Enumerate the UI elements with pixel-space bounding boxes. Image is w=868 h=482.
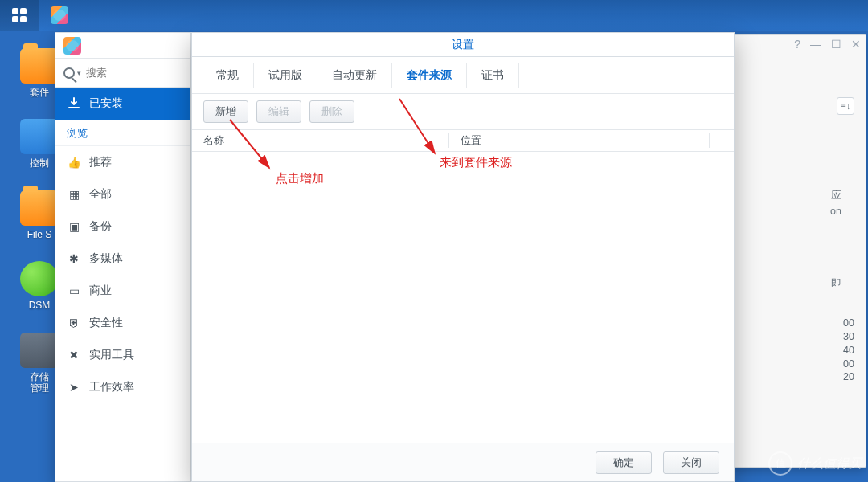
sidebar-cat-recommend[interactable]: 👍 推荐 xyxy=(55,146,190,178)
desktop-item-filestation[interactable]: File S xyxy=(20,190,59,240)
sidebar-label: 已安装 xyxy=(89,96,123,111)
sidebar-label: 商业 xyxy=(89,284,112,298)
sidebar-cat-media[interactable]: ✱ 多媒体 xyxy=(55,243,190,275)
sidebar-cat-all[interactable]: ▦ 全部 xyxy=(55,178,190,210)
desktop-item-package[interactable]: 套件 xyxy=(20,48,59,98)
film-icon: ✱ xyxy=(67,251,81,266)
tab-general[interactable]: 常规 xyxy=(202,63,254,88)
folder-icon xyxy=(20,48,59,84)
sidebar-cat-security[interactable]: ⛨ 安全性 xyxy=(55,307,190,339)
sidebar-label: 工作效率 xyxy=(89,380,134,394)
text-fragment: 应 xyxy=(739,187,841,203)
settings-dialog: 设置 常规 试用版 自动更新 套件来源 证书 新增 编辑 删除 名称 位置 点击… xyxy=(191,32,735,482)
maximize-icon[interactable]: ☐ xyxy=(831,38,841,51)
sidebar-label: 备份 xyxy=(89,219,112,234)
text-fragment: on xyxy=(739,203,841,219)
dialog-title: 设置 xyxy=(192,33,734,57)
desktop-label: 套件 xyxy=(30,87,49,98)
desktop-item-storage[interactable]: 存储 管理 xyxy=(20,333,59,394)
package-center-icon xyxy=(63,37,81,55)
sidebar-browse-header: 浏览 xyxy=(55,120,190,146)
pkg-titlebar xyxy=(55,33,190,59)
sidebar-label: 多媒体 xyxy=(89,251,123,266)
sidebar-cat-backup[interactable]: ▣ 备份 xyxy=(55,210,190,243)
text-fragment: 即 xyxy=(739,276,841,292)
main-menu-button[interactable] xyxy=(0,0,39,31)
tab-package-sources[interactable]: 套件来源 xyxy=(392,63,467,88)
background-window: ? — ☐ ✕ ≡↓ 应 on 即 00 30 40 00 20 xyxy=(730,34,866,468)
sidebar-label: 全部 xyxy=(89,187,112,202)
panel-icon xyxy=(20,119,59,154)
sidebar-cat-productivity[interactable]: ➤ 工作效率 xyxy=(55,371,190,403)
tab-certificate[interactable]: 证书 xyxy=(467,63,519,88)
sidebar-label: 实用工具 xyxy=(89,348,134,362)
storage-icon xyxy=(20,333,59,368)
annotation-label-2: 来到套件来源 xyxy=(440,155,512,170)
text-fragment: 00 30 40 00 20 xyxy=(739,317,854,384)
sidebar-installed[interactable]: 已安装 xyxy=(55,88,190,120)
search-bar[interactable]: ▾ xyxy=(55,59,190,88)
desktop-label: File S xyxy=(27,229,52,240)
dialog-footer: 确定 关闭 xyxy=(192,443,734,481)
desktop-item-dsm[interactable]: DSM xyxy=(20,261,59,311)
view-toggle-button[interactable]: ≡↓ xyxy=(837,97,854,115)
dialog-tabs: 常规 试用版 自动更新 套件来源 证书 xyxy=(192,57,734,94)
delete-button[interactable]: 删除 xyxy=(309,100,354,123)
sidebar-cat-utility[interactable]: ✖ 实用工具 xyxy=(55,339,190,371)
briefcase-icon: ▭ xyxy=(67,284,81,298)
edit-button[interactable]: 编辑 xyxy=(256,100,301,123)
thumbs-up-icon: 👍 xyxy=(67,155,81,170)
dialog-toolbar: 新增 编辑 删除 xyxy=(192,94,734,129)
download-icon xyxy=(67,96,81,111)
search-input[interactable] xyxy=(86,67,166,79)
grid-icon xyxy=(12,8,27,22)
minimize-icon[interactable]: — xyxy=(810,38,821,51)
add-button[interactable]: 新增 xyxy=(203,100,248,123)
sidebar-label: 安全性 xyxy=(89,316,123,330)
desktop-label: 存储 管理 xyxy=(30,371,49,394)
wrench-icon: ✖ xyxy=(67,348,81,362)
desktop-label: 控制 xyxy=(30,157,49,169)
tab-trial[interactable]: 试用版 xyxy=(254,63,317,88)
desktop-label: DSM xyxy=(29,300,51,311)
th-name[interactable]: 名称 xyxy=(192,133,449,148)
package-center-icon xyxy=(51,6,68,24)
sidebar-cat-business[interactable]: ▭ 商业 xyxy=(55,275,190,307)
desktop-item-control[interactable]: 控制 xyxy=(20,119,59,169)
ok-button[interactable]: 确定 xyxy=(596,451,652,474)
sidebar-label: 推荐 xyxy=(89,155,112,170)
close-button[interactable]: 关闭 xyxy=(663,451,719,474)
taskbar xyxy=(0,0,868,31)
tab-autoupdate[interactable]: 自动更新 xyxy=(317,63,392,88)
rocket-icon: ➤ xyxy=(67,380,81,394)
th-location[interactable]: 位置 xyxy=(449,133,710,148)
task-package-center[interactable] xyxy=(40,0,79,31)
table-header: 名称 位置 xyxy=(192,129,734,152)
package-center-window: ▾ 已安装 浏览 👍 推荐 ▦ 全部 ▣ 备份 ✱ 多媒体 ▭ 商业 ⛨ 安全性… xyxy=(55,32,191,482)
close-icon[interactable]: ✕ xyxy=(851,38,861,51)
camera-icon: ▣ xyxy=(67,219,81,234)
window-controls: ? — ☐ ✕ xyxy=(794,38,861,51)
shield-icon: ⛨ xyxy=(67,316,81,330)
dsm-icon xyxy=(20,261,59,296)
help-icon[interactable]: ? xyxy=(794,38,800,51)
grid-icon: ▦ xyxy=(67,187,81,202)
background-body: 应 on 即 00 30 40 00 20 xyxy=(731,35,866,404)
annotation-label-1: 点击增加 xyxy=(276,171,324,186)
folder-icon xyxy=(20,190,59,226)
chevron-down-icon[interactable]: ▾ xyxy=(77,69,81,77)
search-icon xyxy=(63,67,75,79)
table-body: 点击增加 来到套件来源 xyxy=(192,152,734,443)
